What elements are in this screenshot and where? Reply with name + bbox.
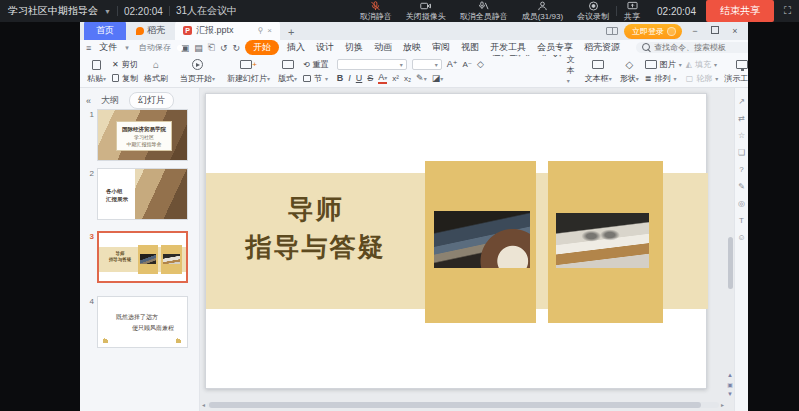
slide-title-text[interactable]: 导师 指导与答疑 — [206, 191, 425, 266]
effects-star-icon[interactable]: ☆ — [738, 132, 745, 140]
font-color-button[interactable]: A▾ — [378, 73, 387, 84]
section-button[interactable]: 节▾ — [303, 73, 329, 84]
text-tool-icon[interactable]: T — [739, 217, 744, 225]
ribbon-tab-slideshow[interactable]: 放映 — [400, 40, 424, 55]
font-family-select[interactable]: ▾ — [337, 59, 407, 70]
close-tab-icon[interactable]: × — [267, 26, 272, 35]
slide-layout-button[interactable]: 版式▾ — [276, 59, 299, 84]
ribbon-tab-design[interactable]: 设计 — [313, 40, 337, 55]
font-size-select[interactable]: ▾ — [412, 59, 442, 70]
horizontal-scrollbar-thumb[interactable] — [209, 402, 700, 408]
format-painter-button[interactable]: ⌂ 格式刷 — [142, 59, 170, 84]
unmute-all-button[interactable]: 取消全员静音 — [453, 1, 515, 21]
cut-button[interactable]: ✕剪切 — [112, 59, 138, 70]
help-icon[interactable]: ? — [739, 166, 743, 174]
ribbon-tab-devtools[interactable]: 开发工具 — [487, 40, 529, 55]
bold-button[interactable]: B — [337, 73, 344, 83]
outline-button[interactable]: ▢轮廓▾ — [686, 73, 719, 84]
members-button[interactable]: 成员(31/93) — [515, 1, 570, 21]
horizontal-scrollbar[interactable]: ◂ ▸ — [202, 402, 724, 408]
tab-wps-home[interactable]: 首页 — [84, 22, 126, 40]
file-menu[interactable]: 文件 — [96, 40, 120, 55]
ribbon-tab-transition[interactable]: 切换 — [342, 40, 366, 55]
slide-thumbnail-4[interactable]: 既然选择了远方 便只顾风雨兼程 — [97, 296, 188, 348]
camera-off-button[interactable]: 关闭摄像头 — [399, 1, 453, 21]
editing-canvas[interactable]: 导师 指导与答疑 ▲ ▣ ▼ ◂ ▸ — [200, 88, 734, 411]
next-slide-button[interactable]: ▼ — [727, 391, 733, 397]
ribbon-tab-insert[interactable]: 插入 — [284, 40, 308, 55]
tab-docer[interactable]: 稻壳 — [126, 22, 175, 40]
print-icon[interactable]: ⎗ — [208, 42, 215, 53]
slide-thumbnail-3-selected[interactable]: 导师 指导与答疑 — [97, 231, 188, 283]
increase-indent-button[interactable]: ⇥ — [539, 55, 547, 59]
fill-button[interactable]: ◭填充▾ — [686, 59, 719, 70]
new-tab-button[interactable]: + — [280, 24, 302, 40]
sticker-smiley-icon[interactable]: ☺ — [737, 234, 745, 242]
decrease-font-button[interactable]: A⁻ — [463, 60, 473, 69]
ribbon-tab-review[interactable]: 审阅 — [429, 40, 453, 55]
text-effect-button[interactable]: ✎▾ — [416, 73, 427, 83]
bullets-button[interactable]: ≔▾ — [492, 55, 504, 59]
new-slide-button[interactable]: + 新建幻灯片▾ — [225, 59, 272, 84]
slide-thumbnail-1[interactable]: 国际经济贸易学院 学习社区 中期汇报指导会 — [97, 109, 188, 161]
redo-icon[interactable]: ↻ — [233, 43, 241, 53]
ribbon-tab-view[interactable]: 视图 — [458, 40, 482, 55]
restore-button[interactable] — [708, 26, 722, 36]
vertical-scrollbar[interactable] — [728, 90, 733, 370]
location-pin-icon[interactable]: ◎ — [738, 200, 745, 208]
strikethrough-button[interactable]: S — [367, 73, 373, 83]
command-search[interactable] — [636, 42, 748, 53]
italic-button[interactable]: I — [348, 73, 351, 83]
slide-selector-button[interactable]: ▣ — [727, 381, 733, 388]
export-icon[interactable]: ▤ — [194, 43, 203, 53]
unmute-button[interactable]: 取消静音 — [353, 1, 399, 21]
share-button[interactable]: 共享 — [617, 1, 647, 21]
chevron-down-icon[interactable]: ▾ — [125, 44, 129, 52]
current-slide[interactable]: 导师 指导与答疑 — [205, 93, 707, 389]
slide-thumbnail-2[interactable]: 各小组 汇报展示 — [97, 168, 188, 220]
ribbon-tab-home[interactable]: 开始 — [245, 40, 279, 55]
undo-icon[interactable]: ↺ — [220, 43, 228, 53]
collapse-panel-button[interactable]: « — [86, 96, 91, 106]
tab-document-active[interactable]: P 汇报.pptx ⚲ × — [175, 22, 280, 40]
present-tools-button[interactable]: 演示工具▾ — [722, 59, 748, 84]
align-text-button[interactable]: ⇅ 对齐文本▾ — [567, 55, 575, 85]
previous-slide-button[interactable]: ▲ — [727, 372, 733, 378]
superscript-button[interactable]: x² — [392, 74, 399, 83]
textbox-button[interactable]: 文本框▾ — [583, 59, 614, 84]
record-button[interactable]: 会议录制 — [570, 1, 616, 21]
end-share-button[interactable]: 结束共享 — [706, 0, 774, 22]
slide-photo-books-cup[interactable] — [434, 211, 530, 268]
scroll-left-icon[interactable]: ◂ — [202, 402, 205, 408]
arrange-button[interactable]: ≣排列▾ — [645, 73, 682, 84]
bulb-icon[interactable]: ⚲ — [257, 26, 263, 35]
increase-font-button[interactable]: A⁺ — [447, 59, 458, 69]
expand-icon[interactable]: ⛶ — [784, 5, 799, 17]
subscript-button[interactable]: x₂ — [404, 74, 411, 83]
clear-format-button[interactable]: ◇ — [477, 59, 484, 69]
picture-button[interactable]: 图片▾ — [645, 59, 682, 70]
ribbon-tab-member[interactable]: 会员专享 — [534, 40, 576, 55]
copy-button[interactable]: 复制 — [112, 73, 138, 84]
paste-button[interactable]: 粘贴▾ — [85, 59, 108, 84]
layout-switch-icon[interactable] — [606, 27, 618, 35]
search-input[interactable] — [654, 43, 746, 52]
ai-assistant-icon[interactable]: ↗ — [738, 98, 745, 106]
slide-photo-glasses-book[interactable] — [556, 213, 649, 268]
line-spacing-button[interactable]: ⇕▾ — [551, 55, 562, 59]
ribbon-tab-docer-res[interactable]: 稻壳资源 — [581, 40, 623, 55]
vertical-scrollbar-thumb[interactable] — [728, 237, 733, 289]
edit-pencil-icon[interactable]: ✎ — [738, 183, 745, 191]
underline-button[interactable]: U — [356, 73, 363, 83]
login-button[interactable]: 立即登录 — [624, 24, 682, 39]
reset-button[interactable]: ⟲重置 — [303, 59, 329, 70]
shape-button[interactable]: ◇ 形状▾ — [618, 59, 641, 84]
highlight-button[interactable]: ◪▾ — [432, 73, 444, 83]
minimize-button[interactable]: − — [688, 26, 702, 36]
chevron-down-icon[interactable]: ▼ — [104, 8, 111, 15]
decrease-indent-button[interactable]: ⇤ — [526, 55, 534, 59]
scroll-right-icon[interactable]: ▸ — [721, 402, 724, 408]
close-window-button[interactable]: × — [728, 26, 742, 36]
ribbon-tab-animation[interactable]: 动画 — [371, 40, 395, 55]
play-from-current-button[interactable]: 当页开始▾ — [178, 59, 217, 84]
